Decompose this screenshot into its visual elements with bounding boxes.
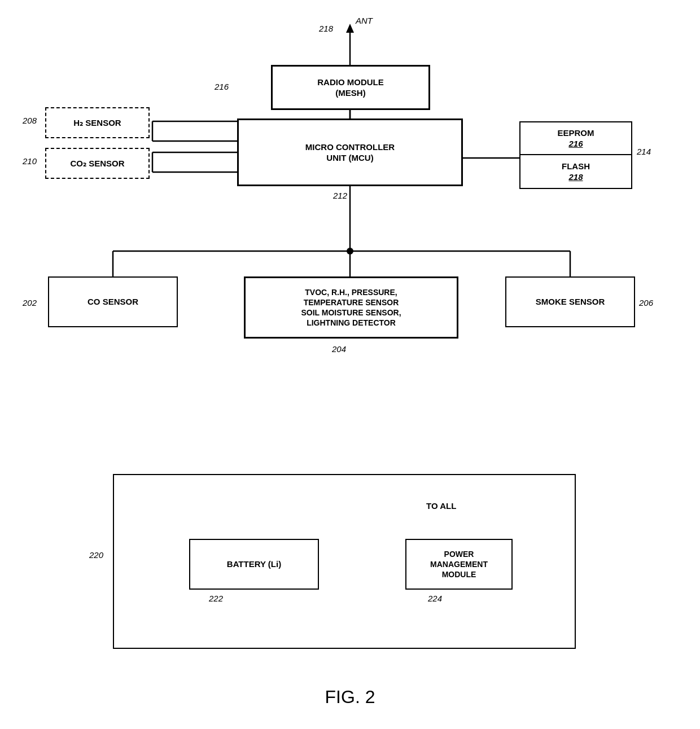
smoke-sensor-label: SMOKE SENSOR: [536, 296, 605, 308]
diagram: ANT 218 RADIO MODULE (MESH) 216 MICRO CO…: [0, 0, 700, 729]
radio-ref: 216: [215, 82, 229, 91]
to-all-label: TO ALL: [426, 501, 456, 511]
tvoc-sensor-label: TVOC, R.H., PRESSURE, TEMPERATURE SENSOR…: [301, 287, 401, 328]
mcu-box: MICRO CONTROLLER UNIT (MCU): [237, 118, 463, 186]
svg-marker-1: [346, 24, 354, 33]
power-mgmt-box: POWER MANAGEMENT MODULE: [405, 539, 513, 590]
memory-ref: 214: [637, 147, 651, 156]
battery-label: BATTERY (Li): [227, 559, 281, 570]
outer-box-ref: 220: [89, 550, 103, 560]
radio-module-label: RADIO MODULE (MESH): [317, 77, 384, 99]
figure-label: FIG. 2: [0, 687, 700, 708]
mcu-ref: 212: [333, 191, 347, 200]
svg-point-12: [347, 248, 353, 254]
eeprom-ref: 216: [557, 138, 594, 150]
tvoc-ref: 204: [332, 344, 346, 354]
flash-ref: 218: [562, 172, 590, 183]
battery-ref: 222: [209, 594, 223, 603]
power-ref: 224: [428, 594, 442, 603]
tvoc-sensor-box: TVOC, R.H., PRESSURE, TEMPERATURE SENSOR…: [244, 276, 458, 339]
smoke-sensor-box: SMOKE SENSOR: [505, 276, 635, 327]
smoke-ref: 206: [639, 298, 653, 308]
battery-box: BATTERY (Li): [189, 539, 319, 590]
memory-box: EEPROM 216 FLASH 218: [519, 121, 632, 189]
flash-label: FLASH: [562, 161, 590, 172]
co-sensor-box: CO SENSOR: [48, 276, 178, 327]
co2-sensor-label: CO₂ SENSOR: [70, 158, 124, 169]
h2-sensor-label: H₂ SENSOR: [73, 117, 121, 129]
flash-section: FLASH 218: [520, 155, 631, 188]
h2-ref: 208: [23, 116, 37, 125]
radio-module-box: RADIO MODULE (MESH): [271, 65, 430, 110]
mcu-label: MICRO CONTROLLER UNIT (MCU): [305, 142, 395, 164]
eeprom-section: EEPROM 216: [520, 122, 631, 155]
co-sensor-label: CO SENSOR: [88, 296, 138, 308]
ant-label: ANT: [356, 16, 373, 25]
co-ref: 202: [23, 298, 37, 308]
eeprom-label: EEPROM: [557, 128, 594, 139]
power-mgmt-label: POWER MANAGEMENT MODULE: [430, 549, 488, 580]
co2-ref: 210: [23, 156, 37, 166]
co2-sensor-box: CO₂ SENSOR: [45, 148, 150, 179]
h2-sensor-box: H₂ SENSOR: [45, 107, 150, 138]
ant-ref: 218: [319, 24, 333, 33]
